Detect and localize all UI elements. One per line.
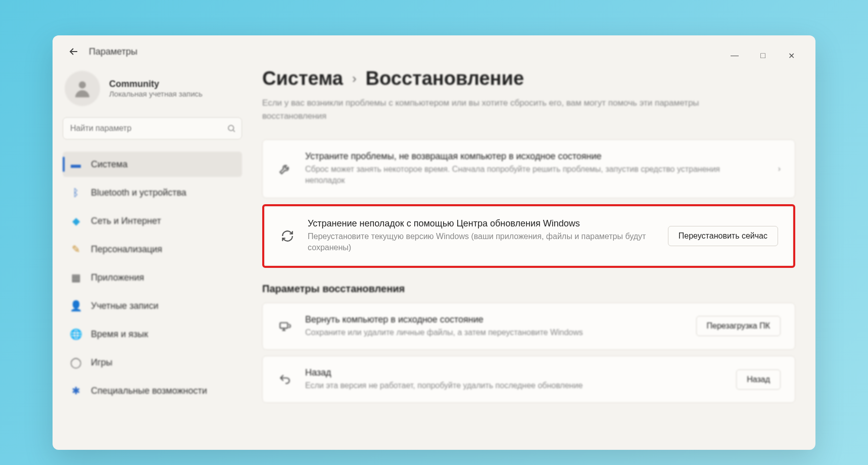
card-title: Вернуть компьютер в исходное состояние xyxy=(305,314,676,325)
search-input[interactable] xyxy=(63,117,242,140)
reset-pc-button[interactable]: Перезагрузка ПК xyxy=(696,316,781,336)
app-title: Параметры xyxy=(89,46,137,57)
settings-window: — □ ✕ Параметры Community Локальная учет… xyxy=(53,35,815,450)
chevron-right-icon: › xyxy=(352,71,357,86)
page-subtitle: Если у вас возникли проблемы с компьютер… xyxy=(262,97,717,122)
sidebar-item-accounts[interactable]: 👤 Учетные записи xyxy=(63,293,242,318)
highlighted-card: Устранение неполадок с помощью Центра об… xyxy=(262,204,795,268)
chevron-right-icon: › xyxy=(778,164,781,173)
sidebar-item-personalization[interactable]: ✎ Персонализация xyxy=(63,237,242,262)
card-desc: Сохраните или удалите личные файлы, а за… xyxy=(305,327,676,338)
personalization-icon: ✎ xyxy=(70,243,82,255)
user-block[interactable]: Community Локальная учетная запись xyxy=(63,68,242,114)
system-icon: ▬ xyxy=(70,158,82,170)
wrench-icon xyxy=(277,161,293,177)
window-controls: — □ ✕ xyxy=(715,44,810,67)
sidebar: Community Локальная учетная запись ▬ Сис… xyxy=(53,63,252,447)
card-desc: Переустановите текущую версию Windows (в… xyxy=(308,231,648,254)
accounts-icon: 👤 xyxy=(70,300,82,312)
header: Параметры xyxy=(53,35,815,63)
accessibility-icon: ✱ xyxy=(70,385,82,397)
avatar xyxy=(65,71,100,106)
user-account-type: Локальная учетная запись xyxy=(109,89,203,98)
sidebar-item-apps[interactable]: ▦ Приложения xyxy=(63,265,242,290)
sidebar-item-label: Специальные возможности xyxy=(91,386,207,396)
sidebar-item-gaming[interactable]: ◯ Игры xyxy=(63,350,242,375)
sidebar-item-time-language[interactable]: 🌐 Время и язык xyxy=(63,321,242,347)
search-icon xyxy=(227,124,236,133)
sidebar-item-label: Персонализация xyxy=(91,244,162,255)
go-back-button[interactable]: Назад xyxy=(736,369,781,390)
user-name: Community xyxy=(109,79,203,89)
card-desc: Сброс может занять некоторое время. Снач… xyxy=(305,164,758,187)
sidebar-item-label: Bluetooth и устройства xyxy=(91,188,186,198)
sidebar-item-label: Время и язык xyxy=(91,329,148,340)
sidebar-item-label: Учетные записи xyxy=(91,301,158,311)
network-icon: ◆ xyxy=(70,215,82,227)
time-language-icon: 🌐 xyxy=(70,328,82,340)
sidebar-item-label: Система xyxy=(91,159,128,170)
card-title: Устраните проблемы, не возвращая компьют… xyxy=(305,151,758,162)
minimize-button[interactable]: — xyxy=(726,46,744,65)
main: Система › Восстановление Если у вас возн… xyxy=(252,63,815,447)
sidebar-item-network[interactable]: ◆ Сеть и Интернет xyxy=(63,208,242,234)
sidebar-item-bluetooth[interactable]: ᛒ Bluetooth и устройства xyxy=(63,180,242,205)
apps-icon: ▦ xyxy=(70,271,82,284)
sidebar-item-system[interactable]: ▬ Система xyxy=(63,152,242,177)
back-icon[interactable] xyxy=(68,45,80,58)
sidebar-item-label: Сеть и Интернет xyxy=(91,216,161,226)
go-back-icon xyxy=(277,371,293,388)
svg-rect-2 xyxy=(280,323,287,329)
card-go-back: Назад Если эта версия не работает, попро… xyxy=(262,356,795,403)
sidebar-item-accessibility[interactable]: ✱ Специальные возможности xyxy=(63,378,242,403)
maximize-button[interactable]: □ xyxy=(754,46,772,65)
sidebar-item-label: Приложения xyxy=(91,272,144,283)
bluetooth-icon: ᛒ xyxy=(70,187,82,199)
gaming-icon: ◯ xyxy=(70,356,82,368)
breadcrumb-current: Восстановление xyxy=(366,68,524,89)
reset-pc-icon xyxy=(277,318,293,334)
card-title: Устранение неполадок с помощью Центра об… xyxy=(308,218,591,229)
sidebar-item-label: Игры xyxy=(91,357,112,368)
search-wrap xyxy=(63,117,242,140)
breadcrumb-parent[interactable]: Система xyxy=(262,68,343,89)
breadcrumb: Система › Восстановление xyxy=(262,68,795,89)
section-title-recovery: Параметры восстановления xyxy=(262,283,795,295)
card-title: Назад xyxy=(305,367,716,378)
svg-point-0 xyxy=(79,81,86,88)
refresh-icon xyxy=(279,228,296,244)
svg-point-1 xyxy=(228,125,234,131)
card-troubleshoot[interactable]: Устраните проблемы, не возвращая компьют… xyxy=(262,140,795,198)
card-windows-update-repair: Устранение неполадок с помощью Центра об… xyxy=(265,207,792,265)
reinstall-now-button[interactable]: Переустановить сейчас xyxy=(668,226,778,246)
close-button[interactable]: ✕ xyxy=(782,46,800,65)
card-desc: Если эта версия не работает, попробуйте … xyxy=(305,380,716,391)
card-reset-pc: Вернуть компьютер в исходное состояние С… xyxy=(262,303,795,350)
